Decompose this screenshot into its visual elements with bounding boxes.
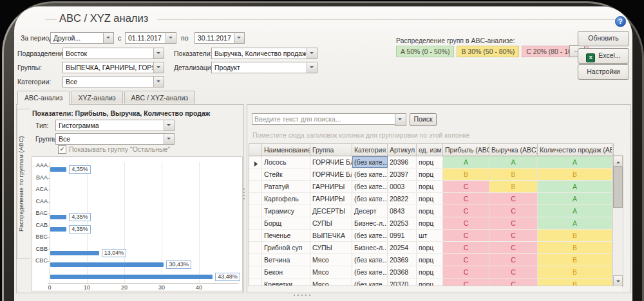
cell-category[interactable]: (без кате... [352, 181, 388, 192]
cell-revenue[interactable]: C [489, 217, 538, 229]
cell-sku[interactable]: 20369 [388, 254, 417, 266]
refresh-button[interactable]: Обновить [578, 31, 629, 46]
cell-sku[interactable]: 0003 [388, 181, 417, 192]
chevron-down-icon[interactable] [164, 134, 174, 144]
cell-sku[interactable]: 20254 [388, 242, 417, 253]
chevron-down-icon[interactable] [234, 33, 244, 43]
chevron-down-icon[interactable] [307, 62, 317, 73]
cell-name[interactable]: Картофель [262, 193, 310, 205]
cell-revenue[interactable]: C [489, 242, 538, 253]
tab-abc-xyz-анализ[interactable]: ABC / XYZ-анализ [124, 91, 196, 104]
cell-unit[interactable]: порц [417, 193, 443, 205]
cell-sales[interactable]: A [538, 217, 612, 229]
cell-revenue[interactable]: C [489, 254, 538, 266]
column-header-sku[interactable]: Артикул [388, 144, 417, 156]
cell-sales[interactable]: A [538, 156, 612, 168]
cell-name[interactable]: Лосось [262, 156, 310, 168]
cell-group[interactable]: ГОРЯЧИЕ БЛЮДА [310, 156, 352, 168]
cell-group[interactable]: СУПЫ [310, 217, 352, 229]
cell-unit[interactable]: порц [417, 217, 443, 229]
table-row[interactable]: ВетчинаМясо(без кате...20369порцCCB [249, 254, 613, 266]
cell-category[interactable]: (без кате... [352, 156, 388, 168]
cell-sku[interactable]: 0843 [388, 205, 417, 217]
column-header-revenue[interactable]: Выручка (ABC) [489, 144, 538, 156]
cell-group[interactable]: ГАРНИРЫ [310, 193, 352, 205]
cell-category[interactable]: (без кате... [352, 193, 388, 205]
cell-unit[interactable]: порц [417, 266, 443, 278]
cell-profit[interactable]: C [443, 266, 489, 278]
chevron-down-icon[interactable] [153, 77, 164, 87]
cell-profit[interactable]: C [443, 193, 489, 205]
cell-unit[interactable]: порц [417, 205, 443, 217]
column-header-sales[interactable]: Количество продаж (ABC) [538, 144, 612, 156]
cell-name[interactable]: Стейк [262, 169, 310, 180]
cell-revenue[interactable]: C [489, 266, 538, 278]
column-header-group[interactable]: Группа [310, 144, 352, 156]
cell-sales[interactable]: B [538, 266, 612, 278]
row-indicator-cell[interactable] [249, 205, 262, 217]
chart-type-combobox[interactable]: Гистограмма [55, 120, 175, 131]
chevron-down-icon[interactable] [164, 120, 174, 131]
chevron-down-icon[interactable] [307, 48, 317, 59]
cell-profit[interactable]: C [443, 254, 489, 266]
cell-sales[interactable]: B [538, 230, 612, 241]
table-row[interactable]: СтейкГОРЯЧИЕ БЛЮДА(без кате...20397порцB… [249, 169, 613, 181]
cell-revenue[interactable]: C [489, 205, 538, 217]
table-row[interactable]: ТирамисуДЕСЕРТЫДесерт0843порцCCA [249, 205, 613, 217]
cell-name[interactable]: Борщ [262, 217, 310, 229]
table-row[interactable]: БорщСУПЫБизнес-л...20253порцCCA [249, 217, 613, 230]
row-indicator-cell[interactable] [249, 266, 262, 278]
groups-combobox[interactable]: ВЫПЕЧКА, ГАРНИРЫ, ГОРЯЧИЕ Б... [62, 62, 164, 73]
scroll-up-icon[interactable] [613, 156, 623, 167]
chevron-down-icon[interactable] [103, 33, 113, 43]
cell-revenue[interactable]: B [489, 181, 538, 192]
cell-category[interactable]: (без кате... [352, 266, 388, 278]
row-indicator-cell[interactable] [249, 193, 262, 205]
cell-sku[interactable]: 20397 [388, 169, 417, 180]
cell-sku[interactable]: 20396 [388, 156, 417, 168]
cell-sku[interactable]: 20253 [388, 217, 417, 229]
search-button[interactable]: Поиск [410, 113, 437, 126]
cell-group[interactable]: СУПЫ [310, 242, 352, 253]
cell-profit[interactable]: A [443, 156, 489, 168]
cell-profit[interactable]: C [443, 181, 489, 192]
cell-name[interactable]: Грибной суп [262, 242, 310, 253]
cell-profit[interactable]: C [443, 217, 489, 229]
table-row[interactable]: РататуйГАРНИРЫ(без кате...0003порцCBA [249, 181, 613, 193]
cell-profit[interactable]: C [443, 205, 489, 217]
row-indicator-cell[interactable] [249, 230, 262, 241]
cell-group[interactable]: Мясо [310, 254, 352, 266]
search-dropdown-icon[interactable] [395, 113, 406, 126]
cell-profit[interactable]: C [443, 242, 489, 253]
cell-sales[interactable]: B [538, 254, 612, 266]
cell-group[interactable]: Мясо [310, 266, 352, 278]
cell-sales[interactable]: A [538, 181, 612, 192]
column-header-category[interactable]: Категория [352, 144, 388, 156]
horizontal-splitter-handle[interactable] [292, 295, 331, 298]
date-from-combobox[interactable]: 01.11.2017 [125, 32, 176, 44]
categories-combobox[interactable]: Все [62, 76, 164, 87]
cell-group[interactable]: ВЫПЕЧКА [310, 230, 352, 241]
help-icon[interactable]: ? [615, 16, 626, 27]
cell-category[interactable]: (без кате... [352, 169, 388, 180]
table-row[interactable]: КартофельГАРНИРЫ(без кате...20822порцCCA [249, 193, 613, 205]
indicators-combobox[interactable]: Выручка, Количество продаж, П... [211, 48, 317, 59]
settings-button[interactable]: Настройки [578, 64, 629, 80]
table-row[interactable]: ЛососьГОРЯЧИЕ БЛЮДА(без кате...20396порц… [249, 156, 613, 169]
cell-sku[interactable]: 20822 [388, 193, 417, 205]
excel-button[interactable]: XExcel... [578, 48, 629, 64]
cell-profit[interactable]: C [443, 230, 489, 241]
cell-revenue[interactable]: A [489, 156, 538, 168]
cell-unit[interactable]: порц [417, 156, 443, 168]
cell-category[interactable]: Бизнес-л... [352, 217, 388, 229]
tab-xyz-анализ[interactable]: XYZ-анализ [71, 91, 122, 104]
cell-name[interactable]: Бекон [262, 266, 310, 278]
row-indicator-cell[interactable] [249, 242, 262, 253]
row-indicator-cell[interactable] [249, 169, 262, 180]
table-row[interactable]: ПеченьеВЫПЕЧКА(без кате...0991штCCB [249, 230, 613, 242]
cell-name[interactable]: Печенье [262, 230, 310, 241]
cell-category[interactable]: (без кате... [352, 230, 388, 241]
row-indicator-cell[interactable] [249, 156, 262, 168]
cell-sku[interactable]: 0991 [388, 230, 417, 241]
cell-revenue[interactable]: B [489, 169, 538, 180]
